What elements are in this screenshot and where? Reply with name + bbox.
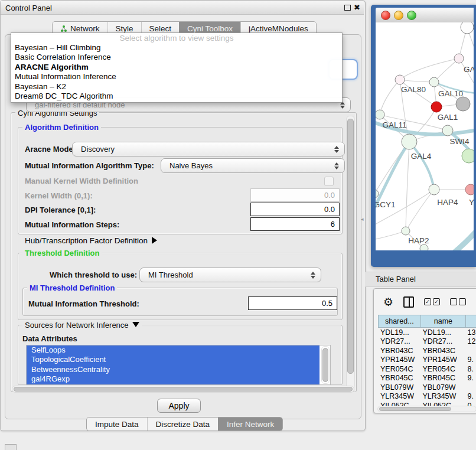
bottom-tab-impute-data[interactable]: Impute Data <box>87 418 147 431</box>
settings-scrollbar[interactable] <box>346 116 355 389</box>
aracne-mode-combo[interactable]: Discovery <box>72 142 345 156</box>
aracne-mode-label: Aracne Mode: <box>25 145 76 154</box>
algorithm-option[interactable]: Mutual Information Inference <box>11 72 342 81</box>
attribute-list-scrollbar-thumb[interactable] <box>322 348 328 382</box>
table-hscrollbar[interactable] <box>377 406 476 412</box>
network-edge-highlighted[interactable] <box>409 142 434 190</box>
column-header-shared...[interactable]: shared... <box>378 315 421 328</box>
algorithm-definition-title: Algorithm Definition <box>22 123 101 132</box>
close-traffic-light-icon[interactable] <box>381 11 390 20</box>
table-row[interactable]: YBR045CYBR045C9. <box>378 374 476 383</box>
bottom-tabbar: Impute DataDiscretize DataInfer Network <box>86 417 283 431</box>
mi-threshold-title: MI Threshold Definition <box>27 283 117 292</box>
table-row[interactable]: YPR145WYPR145W9. <box>378 356 476 365</box>
bottom-tab-infer-network[interactable]: Infer Network <box>218 418 282 431</box>
minimize-traffic-light-icon[interactable] <box>394 11 403 20</box>
attribute-list-item[interactable]: TopologicalCoefficient <box>27 355 319 364</box>
attribute-list-scrollbar[interactable] <box>321 346 330 384</box>
network-node-top-node[interactable] <box>461 22 474 34</box>
kernel-width-field[interactable]: 0.0 <box>250 188 340 202</box>
column-header-partial[interactable] <box>466 315 476 328</box>
dpi-tolerance-value: 0.0 <box>324 205 335 214</box>
bottom-tab-discretize-data[interactable]: Discretize Data <box>147 418 219 431</box>
mi-steps-field[interactable]: 6 <box>250 217 340 231</box>
network-edge[interactable] <box>400 58 459 80</box>
node-label: GAL1 <box>438 113 458 122</box>
network-node-GAL1[interactable] <box>431 102 442 112</box>
manual-kernel-width-checkbox[interactable] <box>324 177 334 186</box>
table-hscrollbar-thumb[interactable] <box>379 407 451 411</box>
algorithm-option[interactable]: Bayesian – Hill Climbing <box>11 43 342 53</box>
data-attributes-list[interactable]: SelfLoopsTopologicalCoefficientBetweenne… <box>26 345 331 385</box>
network-edge-highlighted[interactable] <box>452 230 474 250</box>
network-node-GAL11[interactable] <box>376 110 384 119</box>
network-edge[interactable] <box>400 80 434 82</box>
float-window-icon[interactable] <box>344 5 351 11</box>
network-node-GAL4[interactable] <box>402 134 417 149</box>
table-cell: YLR345W <box>378 392 420 400</box>
network-edge[interactable] <box>406 190 434 231</box>
network-node-HAP4[interactable] <box>429 184 439 195</box>
table-cell: YLR345W <box>420 392 465 400</box>
table-cell: YBL079W <box>420 383 465 392</box>
network-edge[interactable] <box>434 58 459 82</box>
network-node-right-green[interactable] <box>462 149 474 163</box>
network-node-GAL80[interactable] <box>395 75 405 84</box>
network-edge[interactable] <box>380 80 400 115</box>
mi-steps-value: 6 <box>331 220 335 229</box>
table-row[interactable]: YER054CYER054C8. <box>378 364 476 374</box>
network-node-SWI4[interactable] <box>442 125 453 136</box>
algorithm-option[interactable]: ARACNE Algorithm <box>11 63 342 72</box>
network-edge[interactable] <box>376 231 406 240</box>
network-node-GAL10[interactable] <box>429 77 439 87</box>
data-attributes-label: Data Attributes <box>22 334 77 343</box>
network-edge[interactable] <box>406 142 409 231</box>
select-all-checkboxes-icon[interactable]: ✓✓ <box>424 298 440 305</box>
algorithm-option[interactable]: Basic Correlation Inference <box>11 53 342 62</box>
gear-icon[interactable]: ⚙ <box>383 296 393 308</box>
node-label: HAP4 <box>437 198 458 207</box>
attribute-list-item[interactable]: BetweennessCentrality <box>27 365 319 374</box>
network-node-gray-node[interactable] <box>456 97 470 111</box>
network-node-GCY1[interactable] <box>376 190 379 198</box>
table-row[interactable]: YBL079WYBL079W <box>378 383 476 392</box>
network-canvas[interactable]: GAL80GAL10GAL1GAL11SWI4GAL4HAP4GCY1HAP2G… <box>376 22 474 250</box>
control-panel-titlebar[interactable]: Control Panel ✖ <box>1 1 364 15</box>
node-label: GAL10 <box>438 89 463 98</box>
hub-tf-definition-toggle[interactable]: Hub/Transcription Factor Definition <box>25 236 157 245</box>
settings-hscrollbar[interactable] <box>12 386 354 393</box>
network-node-salmon[interactable] <box>465 184 474 195</box>
table-cell: YBR045C <box>378 374 420 382</box>
table-row[interactable]: YDL19...YDL19...13 <box>378 328 476 337</box>
node-table: shared...name YDL19...YDL19...13YDR27...… <box>378 315 476 410</box>
apply-button[interactable]: Apply <box>157 399 201 413</box>
algorithm-option[interactable]: Bayesian – K2 <box>11 82 342 92</box>
algorithm-option[interactable]: Dream8 DC_TDC Algorithm <box>11 92 342 101</box>
which-threshold-combo[interactable]: MI Threshold <box>139 268 321 282</box>
network-node-HAP2[interactable] <box>402 227 410 235</box>
algorithm-dropdown-popup: Select algorithm to view settings Bayesi… <box>11 32 343 103</box>
mi-threshold-field[interactable]: 0.5 <box>248 296 337 310</box>
split-columns-icon[interactable] <box>403 296 414 308</box>
column-header-name[interactable]: name <box>421 315 467 328</box>
mi-algorithm-type-combo[interactable]: Naive Bayes <box>161 158 345 173</box>
minimized-panel-icon[interactable] <box>5 444 17 450</box>
sources-title-row[interactable]: Sources for Network Inference <box>22 321 142 330</box>
settings-scrollbar-thumb[interactable] <box>347 119 354 374</box>
table-row[interactable]: YBR043CYBR043C <box>378 346 476 356</box>
split-pane-handle-icon[interactable]: ◂ <box>361 216 364 222</box>
attribute-list-item[interactable]: SelfLoops <box>27 345 319 355</box>
zoom-traffic-light-icon[interactable] <box>407 11 416 20</box>
close-icon[interactable]: ✖ <box>354 3 360 12</box>
network-node-bottom-node[interactable] <box>420 244 428 250</box>
network-node-pink-a[interactable] <box>454 54 464 63</box>
table-row[interactable]: YLR345WYLR345W9. <box>378 392 476 402</box>
aracne-mode-value: Discovery <box>81 145 115 154</box>
deselect-all-checkboxes-icon[interactable] <box>450 298 466 305</box>
table-row[interactable]: YDR27...YDR27...12 <box>378 337 476 347</box>
table-cell: 9. <box>465 374 476 382</box>
mi-threshold-value: 0.5 <box>322 299 332 308</box>
attribute-list-item[interactable]: gal4RGexp <box>27 374 319 384</box>
dpi-tolerance-field[interactable]: 0.0 <box>250 203 340 216</box>
settings-hscrollbar-thumb[interactable] <box>14 387 353 392</box>
